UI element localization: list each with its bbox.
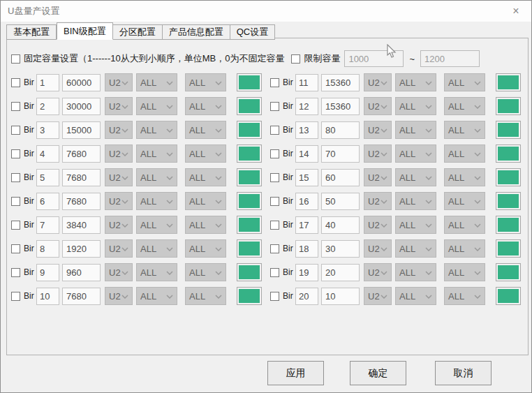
bin-index-field[interactable]: 20 xyxy=(295,288,318,305)
bin-filter-dropdown-2[interactable]: ALL xyxy=(444,239,485,258)
bin-index-field[interactable]: 7 xyxy=(36,216,59,234)
bin-filter-dropdown-1[interactable]: ALL xyxy=(136,97,177,115)
bin-filter-dropdown-1[interactable]: ALL xyxy=(395,192,436,210)
bin-interface-dropdown[interactable]: U2 xyxy=(364,97,392,115)
bin-interface-dropdown[interactable]: U2 xyxy=(364,144,392,163)
tab-product-info-config[interactable]: 产品信息配置 xyxy=(163,24,230,40)
bin-row-checkbox[interactable] xyxy=(270,173,279,182)
bin-index-field[interactable]: 5 xyxy=(36,169,59,186)
bin-interface-dropdown[interactable]: U2 xyxy=(105,144,133,163)
bin-capacity-input[interactable]: 10 xyxy=(321,288,360,305)
bin-index-field[interactable]: 1 xyxy=(36,74,59,91)
bin-capacity-input[interactable]: 20 xyxy=(321,264,360,281)
bin-interface-dropdown[interactable]: U2 xyxy=(105,97,133,115)
bin-index-field[interactable]: 14 xyxy=(295,145,318,163)
bin-filter-dropdown-2[interactable]: ALL xyxy=(444,263,485,281)
bin-row-checkbox[interactable] xyxy=(11,292,20,301)
bin-filter-dropdown-2[interactable]: ALL xyxy=(444,287,485,305)
bin-filter-dropdown-1[interactable]: ALL xyxy=(136,192,177,210)
cancel-button[interactable]: 取消 xyxy=(435,361,492,385)
bin-filter-dropdown-1[interactable]: ALL xyxy=(395,121,436,139)
fixed-capacity-checkbox[interactable] xyxy=(11,54,20,64)
bin-interface-dropdown[interactable]: U2 xyxy=(364,73,392,91)
bin-color-swatch[interactable] xyxy=(496,263,521,281)
bin-row-checkbox[interactable] xyxy=(11,268,20,277)
bin-index-field[interactable]: 10 xyxy=(36,288,59,305)
bin-capacity-input[interactable]: 30 xyxy=(321,240,360,258)
bin-row-checkbox[interactable] xyxy=(270,197,279,206)
bin-interface-dropdown[interactable]: U2 xyxy=(364,121,392,139)
bin-interface-dropdown[interactable]: U2 xyxy=(364,239,392,258)
bin-index-field[interactable]: 15 xyxy=(295,169,318,186)
bin-filter-dropdown-2[interactable]: ALL xyxy=(185,97,226,115)
bin-filter-dropdown-2[interactable]: ALL xyxy=(444,192,485,210)
tab-qc-settings[interactable]: QC设置 xyxy=(230,24,276,40)
bin-color-swatch[interactable] xyxy=(237,73,262,91)
bin-capacity-input[interactable]: 15360 xyxy=(321,98,360,115)
bin-filter-dropdown-1[interactable]: ALL xyxy=(395,73,436,91)
tab-bin-level-config[interactable]: BIN级配置 xyxy=(57,22,113,40)
bin-color-swatch[interactable] xyxy=(237,263,262,281)
close-icon[interactable]: × xyxy=(506,2,526,20)
bin-interface-dropdown[interactable]: U2 xyxy=(105,73,133,91)
bin-row-checkbox[interactable] xyxy=(11,126,20,135)
bin-index-field[interactable]: 19 xyxy=(295,264,318,281)
bin-filter-dropdown-2[interactable]: ALL xyxy=(185,144,226,163)
bin-color-swatch[interactable] xyxy=(237,287,262,305)
bin-capacity-input[interactable]: 70 xyxy=(321,145,360,163)
bin-filter-dropdown-1[interactable]: ALL xyxy=(395,239,436,258)
bin-index-field[interactable]: 8 xyxy=(36,240,59,258)
bin-row-checkbox[interactable] xyxy=(11,173,20,182)
bin-index-field[interactable]: 4 xyxy=(36,145,59,163)
bin-color-swatch[interactable] xyxy=(237,192,262,210)
bin-filter-dropdown-2[interactable]: ALL xyxy=(185,73,226,91)
bin-row-checkbox[interactable] xyxy=(270,149,279,158)
bin-capacity-input[interactable]: 7680 xyxy=(62,145,101,163)
bin-row-checkbox[interactable] xyxy=(270,102,279,111)
bin-filter-dropdown-2[interactable]: ALL xyxy=(444,97,485,115)
bin-index-field[interactable]: 11 xyxy=(295,74,318,91)
bin-index-field[interactable]: 13 xyxy=(295,121,318,139)
bin-capacity-input[interactable]: 3840 xyxy=(62,216,101,234)
bin-filter-dropdown-2[interactable]: ALL xyxy=(444,73,485,91)
bin-interface-dropdown[interactable]: U2 xyxy=(105,192,133,210)
bin-capacity-input[interactable]: 40 xyxy=(321,216,360,234)
bin-color-swatch[interactable] xyxy=(237,97,262,115)
bin-capacity-input[interactable]: 7680 xyxy=(62,288,101,305)
bin-color-swatch[interactable] xyxy=(496,144,521,163)
bin-color-swatch[interactable] xyxy=(496,192,521,210)
bin-interface-dropdown[interactable]: U2 xyxy=(105,263,133,281)
bin-filter-dropdown-1[interactable]: ALL xyxy=(136,73,177,91)
bin-filter-dropdown-1[interactable]: ALL xyxy=(136,168,177,186)
bin-color-swatch[interactable] xyxy=(496,287,521,305)
bin-filter-dropdown-1[interactable]: ALL xyxy=(136,144,177,163)
bin-filter-dropdown-1[interactable]: ALL xyxy=(136,287,177,305)
bin-capacity-input[interactable]: 30000 xyxy=(62,98,101,115)
limit-max-input[interactable]: 1200 xyxy=(420,50,480,67)
bin-filter-dropdown-2[interactable]: ALL xyxy=(185,239,226,258)
bin-filter-dropdown-2[interactable]: ALL xyxy=(185,168,226,186)
bin-color-swatch[interactable] xyxy=(237,216,262,234)
bin-color-swatch[interactable] xyxy=(496,216,521,234)
bin-capacity-input[interactable]: 60 xyxy=(321,169,360,186)
bin-capacity-input[interactable]: 1920 xyxy=(62,240,101,258)
bin-interface-dropdown[interactable]: U2 xyxy=(364,216,392,234)
bin-row-checkbox[interactable] xyxy=(270,244,279,253)
bin-filter-dropdown-1[interactable]: ALL xyxy=(395,144,436,163)
bin-index-field[interactable]: 3 xyxy=(36,121,59,139)
bin-row-checkbox[interactable] xyxy=(11,149,20,158)
bin-filter-dropdown-2[interactable]: ALL xyxy=(444,216,485,234)
bin-filter-dropdown-2[interactable]: ALL xyxy=(185,263,226,281)
bin-row-checkbox[interactable] xyxy=(270,268,279,277)
bin-capacity-input[interactable]: 50 xyxy=(321,193,360,210)
bin-filter-dropdown-1[interactable]: ALL xyxy=(395,97,436,115)
bin-capacity-input[interactable]: 15000 xyxy=(62,121,101,139)
bin-filter-dropdown-1[interactable]: ALL xyxy=(136,239,177,258)
bin-interface-dropdown[interactable]: U2 xyxy=(105,216,133,234)
bin-interface-dropdown[interactable]: U2 xyxy=(364,192,392,210)
bin-capacity-input[interactable]: 80 xyxy=(321,121,360,139)
bin-filter-dropdown-1[interactable]: ALL xyxy=(395,216,436,234)
apply-button[interactable]: 应用 xyxy=(267,361,324,385)
bin-interface-dropdown[interactable]: U2 xyxy=(364,168,392,186)
bin-index-field[interactable]: 2 xyxy=(36,98,59,115)
